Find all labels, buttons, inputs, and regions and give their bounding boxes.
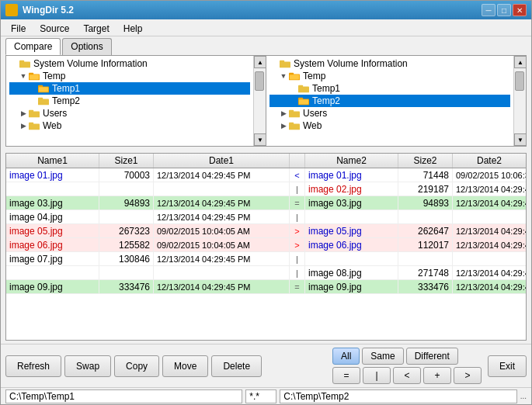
menu-file[interactable]: File: [4, 21, 33, 34]
svg-rect-9: [39, 87, 48, 92]
svg-rect-11: [38, 98, 43, 101]
scroll-thumb[interactable]: [515, 71, 524, 91]
refresh-button[interactable]: Refresh: [5, 355, 61, 377]
tree-item[interactable]: ▶ Web: [9, 119, 250, 132]
expand-icon: [288, 96, 297, 106]
plus-button[interactable]: +: [423, 367, 451, 384]
tree-item[interactable]: Temp2: [9, 95, 250, 107]
menu-bar: File Source Target Help: [1, 19, 531, 36]
table-row[interactable]: image 01.jpg 70003 12/13/2014 04:29:45 P…: [6, 168, 526, 182]
cell-size2: [398, 252, 453, 265]
tree-item[interactable]: System Volume Information: [9, 57, 250, 70]
table-row[interactable]: image 05.jpg 267323 09/02/2015 10:04:05 …: [6, 224, 526, 238]
tabs-bar: Compare Options: [1, 36, 531, 55]
col-name1[interactable]: Name1: [6, 154, 99, 168]
cell-date2: 09/02/2015 10:06:33 AM: [453, 168, 526, 182]
table-row[interactable]: image 03.jpg 94893 12/13/2014 04:29:45 P…: [6, 196, 526, 210]
folder-icon: [19, 59, 32, 68]
tree-item[interactable]: ▶ Web: [269, 119, 510, 132]
cell-marker: =: [290, 196, 305, 209]
tree-item[interactable]: System Volume Information: [269, 57, 510, 70]
cell-size1: [99, 182, 154, 196]
cell-name1: image 04.jpg: [6, 210, 99, 223]
expand-icon: ▼: [19, 71, 28, 81]
app-icon: [5, 4, 18, 16]
cell-size1: [99, 266, 154, 279]
table-row[interactable]: image 09.jpg 333476 12/13/2014 04:29:45 …: [6, 280, 526, 294]
col-size1[interactable]: Size1: [99, 154, 154, 168]
table-row[interactable]: image 07.jpg 130846 12/13/2014 04:29:45 …: [6, 252, 526, 266]
cell-date2: 12/13/2014 04:29:45 PM: [453, 280, 526, 293]
tree-item[interactable]: Temp1: [9, 82, 250, 95]
tree-item[interactable]: Temp1: [269, 82, 510, 95]
scroll-down-button[interactable]: ▼: [514, 133, 527, 146]
table-body: image 01.jpg 70003 12/13/2014 04:29:45 P…: [6, 168, 526, 340]
scroll-up-button[interactable]: ▲: [514, 56, 527, 68]
next-button[interactable]: >: [454, 367, 482, 384]
cell-name1: [6, 266, 99, 279]
scroll-down-button[interactable]: ▼: [254, 133, 266, 146]
filter-same-button[interactable]: Same: [362, 348, 403, 365]
prev-button[interactable]: <: [393, 367, 421, 384]
cell-size1: 94893: [99, 196, 154, 209]
col-size2[interactable]: Size2: [398, 154, 453, 168]
tab-compare[interactable]: Compare: [5, 38, 61, 55]
bottom-toolbar: Refresh Swap Copy Move Delete All Same D…: [1, 344, 531, 387]
tree-item[interactable]: ▶ Users: [9, 107, 250, 119]
tree-label: Users: [303, 108, 327, 119]
menu-target[interactable]: Target: [76, 21, 116, 34]
left-tree-scrollbar[interactable]: ▲ ▼: [253, 56, 266, 146]
col-name2[interactable]: Name2: [305, 154, 398, 168]
cell-marker: >: [290, 224, 305, 237]
cell-marker: |: [290, 266, 305, 279]
table-row[interactable]: image 04.jpg 12/13/2014 04:29:45 PM |: [6, 210, 526, 224]
filter-row: All Same Different: [332, 348, 482, 365]
svg-rect-6: [30, 74, 39, 79]
delete-button[interactable]: Delete: [211, 355, 262, 377]
cell-size2: 219187: [398, 182, 453, 196]
scroll-up-button[interactable]: ▲: [254, 56, 266, 68]
svg-rect-0: [6, 8, 17, 15]
filter-different-button[interactable]: Different: [406, 348, 458, 365]
cell-name1: image 09.jpg: [6, 280, 99, 293]
folder-icon: [298, 84, 311, 93]
tree-item[interactable]: Temp2: [269, 95, 510, 107]
cell-date2: 12/13/2014 04:29:45 PM: [453, 224, 526, 237]
menu-source[interactable]: Source: [33, 21, 76, 34]
window-controls: ─ □ ✕: [482, 4, 527, 16]
close-button[interactable]: ✕: [513, 4, 527, 16]
cell-size1: 125582: [99, 238, 154, 251]
table-row[interactable]: image 06.jpg 125582 09/02/2015 10:04:05 …: [6, 238, 526, 252]
table-row[interactable]: | image 02.jpg 219187 12/13/2014 04:29:4…: [6, 182, 526, 196]
folder-icon: [38, 96, 50, 106]
tree-item[interactable]: ▼ Temp: [269, 70, 510, 82]
table-row[interactable]: | image 08.jpg 271748 12/13/2014 04:29:4…: [6, 266, 526, 280]
filter-display: *.*: [245, 389, 276, 403]
svg-rect-13: [29, 110, 33, 113]
status-bar: C:\Temp\Temp1 *.* C:\Temp\Temp2 ...: [1, 387, 531, 404]
tree-item[interactable]: ▼ Temp: [9, 70, 250, 82]
col-date2[interactable]: Date2: [453, 154, 526, 168]
tab-options[interactable]: Options: [62, 38, 111, 55]
swap-button[interactable]: Swap: [64, 355, 111, 377]
maximize-button[interactable]: □: [497, 4, 511, 16]
right-tree-scrollbar[interactable]: ▲ ▼: [513, 56, 526, 146]
menu-help[interactable]: Help: [116, 21, 150, 34]
cell-name2: image 05.jpg: [305, 224, 398, 237]
svg-rect-1: [6, 5, 11, 9]
eq-button[interactable]: =: [332, 367, 360, 384]
col-date1[interactable]: Date1: [154, 154, 290, 168]
minimize-button[interactable]: ─: [482, 4, 495, 16]
cell-date1: 12/13/2014 04:29:45 PM: [154, 196, 290, 209]
copy-button[interactable]: Copy: [114, 355, 159, 377]
tree-item[interactable]: ▶ Users: [269, 107, 510, 119]
pipe-button[interactable]: |: [363, 367, 391, 384]
move-button[interactable]: Move: [162, 355, 208, 377]
cell-name1: image 01.jpg: [6, 168, 99, 182]
filter-all-button[interactable]: All: [332, 348, 360, 365]
title-bar: WingDir 5.2 ─ □ ✕: [1, 1, 531, 19]
cell-date2: 12/13/2014 04:29:45 PM: [453, 266, 526, 279]
expand-icon: [28, 96, 37, 106]
scroll-thumb[interactable]: [255, 71, 264, 91]
exit-button[interactable]: Exit: [488, 355, 527, 377]
